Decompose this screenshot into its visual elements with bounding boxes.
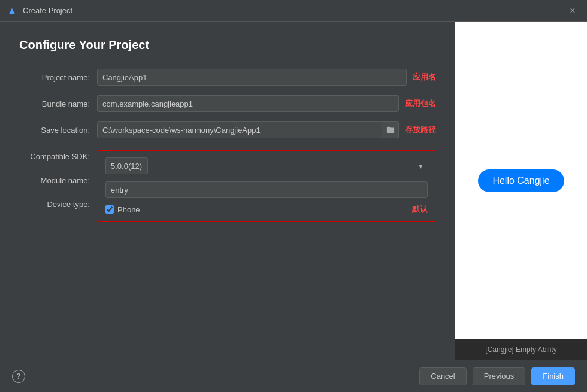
- project-name-annotation: 应用名: [413, 72, 436, 83]
- combined-labels: Compatible SDK: Module name: Device type…: [19, 148, 97, 212]
- folder-icon: [386, 126, 395, 134]
- help-button[interactable]: ?: [12, 370, 25, 383]
- preview-caption: [Cangjie] Empty Ability: [485, 339, 556, 360]
- bundle-name-input[interactable]: [97, 95, 399, 112]
- outlined-fields-section: 5.0.0(12) 4.0.0(10) 3.0.0(9): [97, 150, 436, 222]
- save-location-input[interactable]: [97, 121, 382, 138]
- outlined-section-row: Compatible SDK: Module name: Device type…: [19, 148, 436, 222]
- device-type-annotation: 默认: [412, 204, 428, 215]
- bundle-name-label: Bundle name:: [19, 99, 97, 108]
- project-name-label: Project name:: [19, 73, 97, 82]
- project-name-row: Project name: 应用名: [19, 69, 436, 86]
- save-location-label: Save location:: [19, 126, 97, 135]
- right-panel: Hello Cangjie [Cangjie] Empty Ability: [455, 22, 587, 360]
- preview-area: Hello Cangjie: [455, 22, 587, 339]
- cancel-button[interactable]: Cancel: [419, 367, 466, 385]
- sdk-row: 5.0.0(12) 4.0.0(10) 3.0.0(9): [105, 157, 428, 174]
- finish-button[interactable]: Finish: [531, 367, 575, 385]
- left-panel: Configure Your Project Project name: 应用名…: [0, 22, 455, 360]
- title-bar-text: Create Project: [23, 6, 565, 15]
- module-name-input[interactable]: [105, 181, 428, 198]
- hello-cangjie-button: Hello Cangjie: [478, 169, 564, 192]
- app-icon: ▲: [7, 5, 18, 16]
- previous-button[interactable]: Previous: [473, 367, 526, 385]
- save-location-row: Save location: 存放路径: [19, 121, 436, 138]
- close-button[interactable]: ×: [565, 4, 580, 18]
- module-name-row: [105, 181, 428, 198]
- bundle-name-annotation: 应用包名: [405, 98, 436, 109]
- dialog-body: Configure Your Project Project name: 应用名…: [0, 22, 587, 360]
- bundle-name-row: Bundle name: 应用包名: [19, 95, 436, 112]
- title-bar: ▲ Create Project ×: [0, 0, 587, 22]
- dialog-footer: ? Cancel Previous Finish: [0, 360, 587, 392]
- save-input-wrap: [97, 121, 399, 138]
- create-project-dialog: ▲ Create Project × Configure Your Projec…: [0, 0, 587, 392]
- save-location-annotation: 存放路径: [405, 124, 436, 135]
- phone-checkbox-wrap: Phone: [105, 205, 140, 214]
- browse-folder-button[interactable]: [382, 121, 399, 138]
- module-label: Module name:: [19, 172, 90, 189]
- sdk-select-wrap: 5.0.0(12) 4.0.0(10) 3.0.0(9): [105, 157, 428, 174]
- device-label: Device type:: [19, 196, 90, 212]
- phone-checkbox[interactable]: [105, 205, 114, 214]
- page-title: Configure Your Project: [19, 38, 436, 52]
- device-type-row: Phone 默认: [105, 204, 428, 215]
- sdk-label: Compatible SDK:: [19, 148, 90, 165]
- phone-label: Phone: [117, 205, 140, 214]
- project-name-input[interactable]: [97, 69, 407, 86]
- compatible-sdk-select[interactable]: 5.0.0(12) 4.0.0(10) 3.0.0(9): [105, 157, 148, 174]
